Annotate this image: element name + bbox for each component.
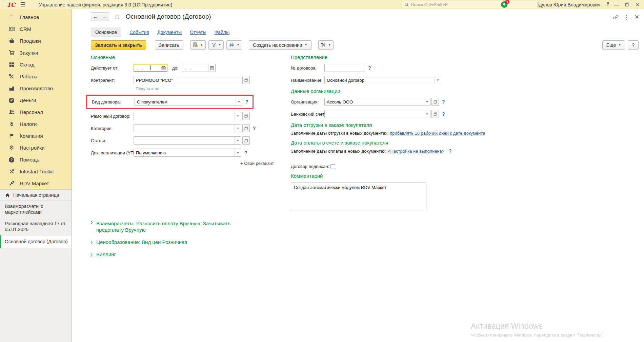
restore-icon[interactable] [624, 2, 630, 7]
sidebar-item-rdv-market[interactable]: RDV Маркет [0, 177, 72, 189]
pay-date-setting-link[interactable]: <Настройка не выполнена> [388, 149, 444, 154]
open-icon[interactable] [242, 136, 250, 145]
window-item-contract-active[interactable]: Основной договор (Договор) [0, 235, 72, 248]
category-row: Категория: ▼ ? [91, 124, 281, 132]
help-question-icon[interactable]: ? [368, 65, 371, 71]
reports-dropdown-button[interactable]: ▼ [190, 40, 206, 50]
help-question-icon[interactable]: ? [442, 111, 445, 117]
user-name[interactable]: Абдулов Юрий Владимирович [534, 2, 600, 7]
comment-textarea[interactable]: Создан автоматически модулем RDV Маркет [291, 183, 426, 210]
user-menu-icon[interactable]: ≡▾ [607, 2, 609, 7]
help-question-icon[interactable]: ? [449, 148, 452, 154]
bank-account-select[interactable]: ▼ [324, 110, 430, 118]
contract-kind-select[interactable]: С покупателем ▼ [135, 98, 242, 106]
more-button[interactable]: Еще ▼ [602, 40, 625, 50]
back-button[interactable]: ← [91, 13, 100, 21]
valid-from-input[interactable]: . . [134, 64, 167, 72]
help-question-icon[interactable]: ? [442, 99, 445, 104]
tab-otchety[interactable]: Отчеты [190, 30, 206, 35]
section-pricing[interactable]: › Ценообразование: Вид цен Розничная [91, 239, 237, 245]
sidebar-item-prodazhi[interactable]: Продажи [0, 35, 72, 47]
flag-icon [8, 133, 15, 139]
add-custom-attribute-link[interactable]: + Свой реквизит [91, 161, 274, 166]
close-app-icon[interactable]: ✕ [635, 2, 641, 7]
sidebar-item-sklad[interactable]: Склад [0, 59, 72, 71]
chevron-down-icon[interactable]: ▼ [235, 149, 241, 156]
favorite-star-icon[interactable]: ☆ [114, 13, 120, 21]
create-from-button[interactable]: Создать на основании ▼ [249, 40, 311, 50]
service-tools-button[interactable]: ▼ [318, 40, 334, 50]
chevron-down-icon[interactable]: ▼ [235, 125, 241, 132]
sidebar-item-glavnoe[interactable]: ≡ Главное [0, 11, 72, 23]
tab-osnovnoe[interactable]: Основное [91, 27, 121, 37]
section-billing[interactable]: › Биллинг [91, 251, 237, 258]
forward-button[interactable]: → [100, 13, 109, 21]
ship-date-setting-link[interactable]: прибавлять 10 рабочих дней к дате докуме… [390, 131, 485, 136]
sidebar-item-nalogi[interactable]: Налоги [0, 118, 72, 130]
section-predstavlenie: Представление [291, 54, 528, 60]
sidebar-item-pomosch[interactable]: ? Помощь [0, 154, 72, 166]
open-icon[interactable] [242, 124, 250, 132]
calendar-icon[interactable] [208, 64, 215, 72]
chevron-right-icon: › [91, 237, 93, 247]
category-select[interactable]: ▼ [134, 124, 241, 132]
window-item-marketplaces[interactable]: Взаиморасчеты с маркетплейсами [0, 201, 72, 218]
chevron-down-icon[interactable]: ▼ [435, 76, 441, 84]
tab-dokumenty[interactable]: Документы [157, 30, 182, 35]
open-icon[interactable] [431, 98, 439, 106]
close-window-icon[interactable]: ✕ [635, 15, 639, 20]
main-menu-icon[interactable]: ☰ [20, 1, 25, 8]
contract-number-input[interactable] [324, 64, 365, 72]
open-icon[interactable] [242, 112, 250, 120]
help-button[interactable]: ? [628, 40, 639, 50]
chevron-down-icon[interactable]: ▼ [235, 112, 241, 120]
section-mutual-settlements[interactable]: › Взаиморасчеты: Разносить оплату Вручну… [91, 220, 237, 233]
help-question-icon[interactable]: ? [245, 99, 248, 104]
help-question-icon[interactable]: ? [253, 126, 256, 131]
filter-dropdown-button[interactable]: ▼ [208, 40, 224, 50]
contract-signed-checkbox[interactable] [330, 164, 335, 169]
frame-contract-select[interactable]: ▼ [134, 112, 241, 120]
help-icon: ? [8, 157, 15, 163]
global-search-input[interactable]: Поиск Ctrl+Shift+F [402, 1, 538, 8]
bank-account-row: Банковский счет: ▼ ? [291, 110, 528, 118]
home-page-item[interactable]: Начальная страница [0, 190, 72, 201]
sidebar-item-nastroyki[interactable]: ⚙ Настройки [0, 142, 72, 154]
tab-fayly[interactable]: Файлы [215, 30, 229, 35]
sidebar-item-crm[interactable]: CRM [0, 23, 72, 35]
valid-to-input[interactable]: . . [182, 64, 216, 72]
save-close-button[interactable]: Записать и закрыть [91, 40, 146, 50]
sidebar-item-zakupki[interactable]: Закупки [0, 47, 72, 59]
page-title: Основной договор (Договор) [126, 13, 211, 20]
print-dropdown-button[interactable]: ▼ [226, 40, 242, 50]
sidebar-item-proizvodstvo[interactable]: Производство [0, 82, 72, 94]
sidebar-item-infostart-toolkit[interactable]: Infostart Toolkit [0, 166, 72, 177]
contract-name-select[interactable]: Основной договор ▼ [324, 76, 441, 84]
contract-form-window: ← → ☆ Основной договор (Договор) ✕ Основ… [72, 9, 644, 342]
upd-select[interactable]: По умолчанию ▼ [134, 149, 241, 157]
chevron-down-icon[interactable]: ▼ [236, 98, 242, 106]
sidebar-item-kompaniya[interactable]: Компания [0, 130, 72, 142]
open-icon[interactable] [242, 76, 250, 84]
chevron-down-icon[interactable]: ▼ [424, 110, 430, 118]
sidebar-item-raboty[interactable]: Работы [0, 71, 72, 82]
calendar-icon[interactable] [160, 64, 167, 71]
article-select[interactable]: ▼ [134, 136, 241, 145]
kebab-menu-icon[interactable] [626, 15, 627, 20]
chevron-down-icon[interactable]: ▼ [235, 137, 241, 144]
chevron-down-icon[interactable]: ▼ [424, 98, 430, 106]
counterparty-input[interactable]: РРОМООО "РСО" [134, 76, 241, 84]
search-icon [404, 2, 409, 7]
link-icon[interactable] [613, 14, 619, 20]
organization-select[interactable]: Ассоль ООО ▼ [324, 98, 430, 106]
form-header: ← → ☆ Основной договор (Договор) [91, 12, 211, 21]
minimize-icon[interactable]: — [613, 2, 620, 7]
window-item-invoice[interactable]: Расходная накладная 17 от 05.01.2026 [0, 218, 69, 235]
open-icon[interactable] [431, 110, 439, 118]
help-question-icon[interactable]: ? [244, 150, 247, 155]
tab-sobytiya[interactable]: События [129, 30, 149, 35]
sidebar-item-personal[interactable]: Персонал [0, 106, 72, 118]
ruble-icon: ₽ [8, 97, 15, 103]
sidebar-item-dengi[interactable]: ₽ Деньги [0, 94, 72, 106]
save-button[interactable]: Записать [155, 40, 183, 50]
